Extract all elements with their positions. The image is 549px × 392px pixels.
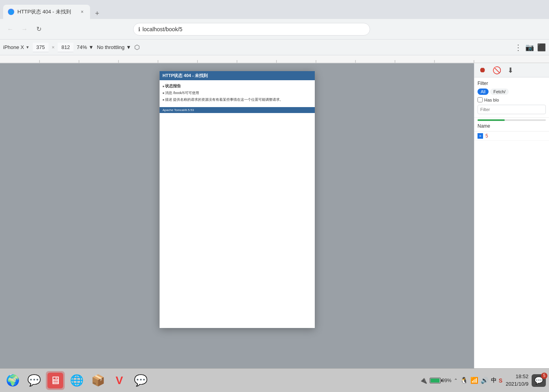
phone-screen: HTTP状态 404 - 未找到 状态报告 消息 /book/5可可使用 描述 … — [160, 71, 315, 328]
filter-section: Filter All Fetch/ Has blo — [474, 77, 549, 118]
zoom-selector[interactable]: 74% ▼ — [77, 44, 94, 50]
width-input[interactable] — [33, 43, 49, 52]
throttle-label: No throttling — [97, 44, 124, 50]
taskbar-app-ide-icon: 🖥 — [47, 373, 63, 388]
zoom-arrow-icon: ▼ — [88, 44, 94, 50]
clock-date: 2021/10/9 — [506, 381, 528, 388]
url-info-icon: ℹ — [138, 26, 140, 32]
taskbar-clock: 18:52 2021/10/9 — [506, 373, 528, 387]
name-column-header: Name — [474, 121, 549, 132]
filter-chip-fetch[interactable]: Fetch/ — [490, 89, 509, 95]
block-button[interactable]: 🚫 — [491, 65, 503, 75]
filter-label: Filter — [478, 81, 546, 86]
url-text: localhost/book/5 — [143, 26, 365, 32]
has-blocked-label: Has blo — [484, 98, 499, 102]
back-button[interactable]: ← — [5, 24, 16, 35]
taskbar-app-edge[interactable]: 💬 — [24, 371, 43, 390]
tab-area: 🌐 HTTP状态 404 - 未找到 × + — [3, 0, 546, 19]
has-blocked-checkbox[interactable] — [478, 97, 483, 102]
taskbar-app-5[interactable]: 📦 — [88, 371, 107, 390]
taskbar-app-vivaldi-icon: V — [116, 374, 123, 387]
browser-window: 🌐 HTTP状态 404 - 未找到 × + ← → ↻ ℹ localhost… — [0, 0, 549, 392]
error-line-3: 描述 提供名称的请求的资源没有有着某些事情在这一个位置可能调整请求。 — [163, 97, 312, 102]
devtools-panel-toolbar: ⏺ 🚫 ⬇ — [474, 63, 549, 77]
taskbar-app-chrome-icon: 🌐 — [70, 374, 84, 387]
capture-icon[interactable]: 📷 — [525, 43, 534, 52]
battery-fill — [431, 379, 440, 383]
viewport-area: HTTP状态 404 - 未找到 状态报告 消息 /book/5可可使用 描述 … — [0, 63, 474, 368]
taskbar-app-wechat-icon: 💬 — [134, 374, 148, 387]
toggle-panel-icon[interactable]: ⬛ — [537, 43, 546, 52]
ruler-svg — [0, 55, 549, 63]
battery-box — [430, 378, 441, 383]
download-button[interactable]: ⬇ — [506, 65, 515, 75]
device-name: iPhone X — [3, 44, 24, 50]
record-button[interactable]: ⏺ — [478, 65, 488, 75]
rotate-icon[interactable]: ⬡ — [134, 43, 140, 51]
address-bar: ← → ↻ ℹ localhost/book/5 — [0, 19, 549, 40]
taskbar-app-ide[interactable]: 🖥 — [46, 371, 65, 390]
forward-button[interactable]: → — [19, 24, 30, 35]
more-options-icon[interactable]: ⋮ — [514, 43, 522, 52]
ruler — [0, 55, 549, 63]
network-item[interactable]: ≡ 5 — [474, 132, 549, 141]
s-icon[interactable]: S — [499, 377, 502, 384]
battery-percent: 99% — [442, 378, 451, 383]
throttle-selector[interactable]: No throttling ▼ — [97, 44, 131, 50]
page-error-title: HTTP状态 404 - 未找到 — [160, 71, 315, 80]
filter-search-input[interactable] — [478, 105, 546, 114]
power-icon: 🔌 — [419, 377, 427, 384]
active-tab[interactable]: 🌐 HTTP状态 404 - 未找到 × — [3, 5, 90, 19]
url-bar[interactable]: ℹ localhost/book/5 — [133, 23, 370, 36]
taskbar-app-vivaldi[interactable]: V — [110, 371, 129, 390]
tab-favicon: 🌐 — [8, 9, 14, 15]
tab-close-button[interactable]: × — [79, 9, 85, 15]
taskbar-app-1-icon: 🌍 — [6, 374, 20, 387]
device-arrow-icon: ▼ — [26, 45, 30, 49]
zoom-value: 74% — [77, 44, 87, 50]
clock-time: 18:52 — [506, 373, 528, 380]
devtools-right-icons: 📷 ⬛ — [525, 43, 546, 52]
volume-icon[interactable]: 🔊 — [481, 377, 489, 384]
taskbar: 🌍 💬 🖥 🌐 📦 V 💬 🔌 — [0, 368, 549, 392]
taskbar-app-chrome[interactable]: 🌐 — [67, 371, 86, 390]
tab-title: HTTP状态 404 - 未找到 — [17, 8, 76, 15]
reload-button[interactable]: ↻ — [33, 24, 44, 35]
taskbar-app-1[interactable]: 🌍 — [3, 371, 22, 390]
main-area: HTTP状态 404 - 未找到 状态报告 消息 /book/5可可使用 描述 … — [0, 63, 549, 368]
input-method-icon[interactable]: 中 — [491, 377, 496, 384]
battery-indicator: 99% — [430, 378, 451, 383]
page-error-content: 状态报告 消息 /book/5可可使用 描述 提供名称的请求的资源没有有着某些事… — [160, 80, 315, 106]
throttle-arrow-icon: ▼ — [126, 44, 131, 50]
network-item-icon: ≡ — [478, 133, 483, 139]
dimension-separator: × — [52, 44, 55, 50]
chat-notification-button[interactable]: 💬 5 — [532, 374, 546, 387]
new-tab-button[interactable]: + — [92, 8, 103, 19]
page-footer: Apache Tomcat/8.5.53 — [160, 107, 315, 113]
system-tray: 🔌 99% ⌃ 🐧 📶 🔊 中 S — [419, 377, 502, 384]
penguin-icon: 🐧 — [460, 377, 468, 384]
svg-rect-0 — [0, 55, 549, 63]
error-line-1: 状态报告 — [163, 83, 312, 89]
taskbar-app-5-icon: 📦 — [91, 374, 105, 387]
devtools-panel: ⏺ 🚫 ⬇ Filter All Fetch/ Has blo — [474, 63, 549, 368]
taskbar-right: 🔌 99% ⌃ 🐧 📶 🔊 中 S 18:52 2021/10/9 — [419, 373, 546, 387]
title-bar: 🌐 HTTP状态 404 - 未找到 × + — [0, 0, 549, 19]
wifi-icon: 📶 — [470, 377, 478, 384]
network-item-name: 5 — [485, 133, 488, 139]
taskbar-app-edge-icon: 💬 — [27, 374, 41, 387]
error-line-2: 消息 /book/5可可使用 — [163, 90, 312, 96]
chevron-up-icon[interactable]: ⌃ — [454, 378, 458, 383]
height-input[interactable] — [58, 43, 73, 52]
device-selector[interactable]: iPhone X ▼ — [3, 44, 30, 50]
devtools-toolbar: iPhone X ▼ × 74% ▼ No throttling ▼ ⬡ ⋮ 📷… — [0, 40, 549, 55]
filter-chips: All Fetch/ — [478, 89, 546, 95]
chat-badge: 5 — [541, 373, 547, 379]
has-blocked-filter[interactable]: Has blo — [478, 97, 546, 102]
filter-chip-all[interactable]: All — [478, 89, 489, 95]
taskbar-app-wechat[interactable]: 💬 — [131, 371, 150, 390]
